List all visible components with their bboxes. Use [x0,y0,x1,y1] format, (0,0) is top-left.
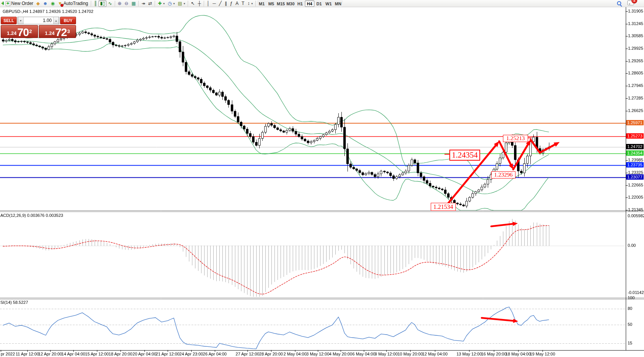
candles-icon: ▮▯ [100,1,105,6]
toolbar-separator [138,1,139,6]
timeframe-d1-button-label: D1 [316,2,322,6]
time-axis-label: 20 Apr 04:00 [133,352,156,356]
timeframe-h1-button-label: H1 [297,2,303,6]
bid-sup: 2 [29,26,32,37]
volume-stepper: ▼ ▲ [17,17,59,24]
indicators-button[interactable]: ✚▾ [156,0,166,7]
time-axis-label: 10 May 20:00 [398,352,423,356]
signals-button[interactable]: ◉ [49,0,56,7]
time-axis-label: 18 Apr 20:00 [109,352,132,356]
line-chart-button[interactable]: ∿ [106,0,113,7]
arrows-icon: ↕ [247,1,250,6]
timeframe-mn-button[interactable]: MN [333,0,343,7]
time-axis-label: 13 May 12:00 [457,352,482,356]
one-click-trading-panel: SELL ▼ ▲ BUY 1.24 70 2 1.24 72 3 [1,17,76,38]
time-axis-label: 26 Apr 04:00 [203,352,227,356]
rsi-level-label: 50 [628,322,632,327]
new-chart-button[interactable]: ✚ [1,0,4,7]
chart-shift-button[interactable]: ⇄ [147,0,154,7]
time-axis-label: 4 May 20:00 [329,352,352,356]
price-tick-label: 1.22005 [628,195,643,199]
auto-scroll-button[interactable]: ↠ [140,0,147,7]
cursor-button[interactable]: ↖ [189,0,196,7]
zoom-in-button[interactable]: ⊕ [116,0,123,7]
metaeditor-button[interactable]: ◆ [35,0,41,7]
volume-increase-button[interactable]: ▲ [53,17,59,24]
tile-windows-button[interactable]: ▦ [130,0,137,7]
time-axis-label: 12 Apr 20:00 [38,352,62,356]
time-axis-label: 6 May 04:00 [352,352,376,356]
time-axis-label: 9 May 12:00 [375,352,398,356]
arrows-button[interactable]: ↕▾ [246,0,254,7]
market-watch-button[interactable]: ☻ [41,0,49,7]
linechart-icon: ∿ [108,1,112,6]
search-icon[interactable] [617,1,622,6]
chart-canvas[interactable] [0,0,644,357]
timeframe-h4-button[interactable]: H4 [305,0,314,7]
periods-button[interactable]: ◷▾ [166,0,176,7]
tiles-icon: ▦ [132,1,136,6]
channel-icon: ∥ [225,1,227,6]
trendline-button[interactable]: ╱ [217,0,223,7]
dropdown-arrow-icon: ▾ [184,2,185,5]
ask-sup: 3 [67,26,70,37]
price-badge: 1.23735 [626,162,644,167]
price-badge: 1.23077 [626,174,644,180]
crosshair-button[interactable]: ┼ [196,0,203,7]
time-axis-label: 27 Apr 12:00 [236,352,259,356]
price-annotation-label: 1.24354 [449,150,480,161]
horizontal-line-button[interactable]: ─ [211,0,217,7]
notifications-button[interactable]: 1 [627,0,634,7]
autotrading-button[interactable]: ▼AutoTrading [56,0,90,7]
timeframe-m15-button-label: M15 [277,2,285,6]
dropdown-arrow-icon: ▾ [163,2,165,5]
price-tick-label: 1.31245 [628,21,643,26]
zoom-out-button[interactable]: ⊖ [123,0,130,7]
buy-button[interactable]: BUY [60,17,76,24]
bid-price[interactable]: 1.24 70 2 [1,25,38,38]
ask-price[interactable]: 1.24 72 3 [39,25,76,38]
toolbar-separator [91,1,91,6]
toolbar: ✚✚New Order◆☻◉▼AutoTrading║▮▯∿⊕⊖▦↠⇄✚▾◷▾▤… [0,0,644,7]
price-tick-label: 1.23325 [628,170,643,175]
template-icon: ▤ [178,1,182,6]
timeframe-w1-button[interactable]: W1 [324,0,333,7]
vertical-line-button[interactable]: │ [205,0,211,7]
price-tick-label: 1.29265 [628,58,643,63]
macd-scale-zero: 0.00 [628,243,636,248]
dropdown-arrow-icon: ▾ [173,2,175,5]
text-label-button[interactable]: T [240,0,246,7]
macd-scale-max: 0.005982 [628,213,644,218]
timeframe-m5-button[interactable]: M5 [266,0,276,7]
timeframe-m30-button[interactable]: M30 [286,0,295,7]
price-annotation-label: 1.23296 [491,171,516,178]
timeframe-h1-button[interactable]: H1 [295,0,305,7]
timeframe-m15-button[interactable]: M15 [276,0,286,7]
text-button[interactable]: A [234,0,240,7]
rsi-level-label: 80 [628,306,632,311]
time-axis-label: 28 Apr 20:00 [259,352,283,356]
templates-button[interactable]: ▤▾ [176,0,187,7]
volume-input[interactable] [24,17,53,24]
time-axis-label: 3 May 12:00 [306,352,330,356]
sell-button[interactable]: SELL [1,17,17,24]
hline-icon: ─ [213,1,216,6]
timeframe-m5-button-label: M5 [268,2,274,6]
timeframe-d1-button[interactable]: D1 [314,0,324,7]
price-tick-label: 1.27285 [628,96,643,100]
fibonacci-button[interactable]: ƒ [228,0,234,7]
toolbar-separator [204,1,204,6]
timeframe-m1-button[interactable]: M1 [257,0,266,7]
new-order-button[interactable]: ✚New Order [4,0,35,7]
bar-chart-button[interactable]: ║ [92,0,99,7]
clock-icon: ◷ [168,1,171,6]
price-tick-label: 1.29925 [628,46,643,51]
channel-button[interactable]: ∥ [223,0,228,7]
time-axis-label: 21 Apr 12:00 [156,352,179,356]
candlestick-chart-button[interactable]: ▮▯ [98,0,106,7]
volume-decrease-button[interactable]: ▼ [18,17,24,24]
time-axis-label: 16 May 20:00 [481,352,507,356]
autotrading-button-label: AutoTrading [63,1,88,6]
autoscroll-icon: ↠ [141,1,145,6]
cube-amber-icon: ◆ [36,1,40,6]
